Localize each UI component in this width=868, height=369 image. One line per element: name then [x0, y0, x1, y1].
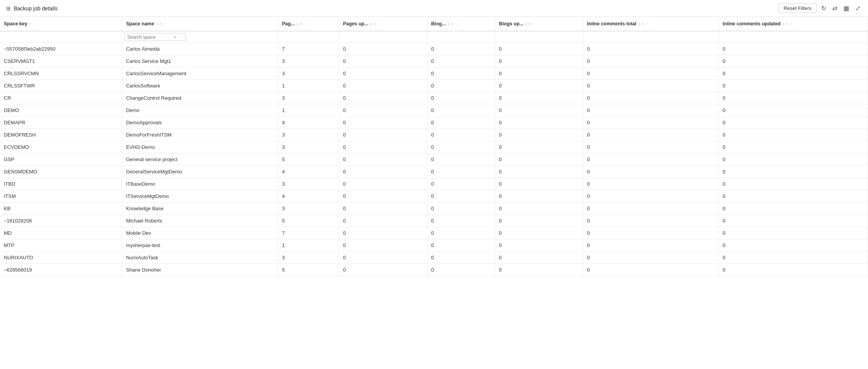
cell-spacename: General service project: [122, 153, 278, 166]
cell-inlinecomments: 0: [583, 227, 719, 239]
pagesup-sort-icon[interactable]: ↕: [370, 21, 372, 26]
cell-inlinecomments: 0: [583, 264, 719, 276]
cell-inlineup: 0: [719, 203, 868, 215]
table-wrapper[interactable]: Space key = ⋮ Space name ↑ = ⋮ Pag..: [0, 17, 868, 369]
inlineup-filter-icon[interactable]: =: [786, 21, 788, 26]
cell-blogs: 0: [427, 141, 495, 153]
cell-pagesup: 0: [339, 227, 427, 239]
search-input-wrap[interactable]: ×: [124, 33, 186, 41]
cell-blogsup: 0: [495, 252, 583, 264]
cell-spacekey: ~628566019: [0, 264, 122, 276]
cell-inlineup: 0: [719, 43, 868, 55]
cell-blogsup: 0: [495, 239, 583, 252]
blogs-filter-icon[interactable]: =: [451, 21, 453, 26]
grid-icon: ⊞: [6, 5, 11, 12]
cell-pagesup: 0: [339, 203, 427, 215]
cell-inlinecomments: 0: [583, 203, 719, 215]
cell-pagesup: 0: [339, 215, 427, 227]
table-row: MDMobile Dev700000: [0, 227, 868, 239]
cell-blogs: 0: [427, 239, 495, 252]
pages-filter-icon[interactable]: =: [300, 21, 302, 26]
cell-pages: 1: [278, 239, 339, 252]
pages-menu-icon[interactable]: ⋮: [304, 21, 308, 26]
inlineup-sort-icon[interactable]: ↕: [782, 21, 784, 26]
cell-blogsup: 0: [495, 80, 583, 92]
inlinecomments-filter-icon[interactable]: =: [642, 21, 644, 26]
cell-spacekey: MD: [0, 227, 122, 239]
spacekey-menu-icon[interactable]: ⋮: [33, 21, 37, 26]
cell-spacekey: KB: [0, 203, 122, 215]
inlinecomments-search-cell: [583, 31, 719, 43]
table-row: MTPmysherpas-test100000: [0, 239, 868, 252]
cell-spacekey: ~557058f3eb2ab22950: [0, 43, 122, 55]
cell-spacename: mysherpas-test: [122, 239, 278, 252]
blogsup-menu-icon[interactable]: ⋮: [533, 21, 537, 26]
filter-toggle-icon[interactable]: ⇄: [831, 3, 839, 13]
cell-blogs: 0: [427, 190, 495, 203]
pagesup-filter-icon[interactable]: =: [374, 21, 376, 26]
blogs-menu-icon[interactable]: ⋮: [455, 21, 459, 26]
inlinecomments-sort-icon[interactable]: ↕: [638, 21, 640, 26]
cell-inlineup: 0: [719, 129, 868, 141]
cell-inlineup: 0: [719, 178, 868, 190]
cell-inlinecomments: 0: [583, 141, 719, 153]
cell-pagesup: 0: [339, 264, 427, 276]
pagesup-menu-icon[interactable]: ⋮: [378, 21, 382, 26]
header: ⊞ Backup job details Reset Filters ↻ ⇄ ▦…: [0, 0, 868, 17]
cell-pagesup: 0: [339, 141, 427, 153]
spacename-search-cell[interactable]: ×: [122, 31, 278, 43]
table-row: GSPGeneral service project500000: [0, 153, 868, 166]
inlineup-menu-icon[interactable]: ⋮: [790, 21, 794, 26]
cell-spacename: Carlos Service Mgt1: [122, 55, 278, 68]
spacename-menu-icon[interactable]: ⋮: [163, 21, 167, 26]
inlinecomments-menu-icon[interactable]: ⋮: [646, 21, 650, 26]
cell-blogsup: 0: [495, 153, 583, 166]
cell-pagesup: 0: [339, 43, 427, 55]
spacekey-filter-icon[interactable]: =: [29, 21, 31, 26]
table-row: ~181028208Michael Roberts500000: [0, 215, 868, 227]
cell-spacekey: ITSM: [0, 190, 122, 203]
cell-blogs: 0: [427, 252, 495, 264]
th-blogsup: Blogs up... ↕ = ⋮: [495, 17, 583, 31]
clear-search-icon[interactable]: ×: [173, 34, 176, 40]
cell-spacekey: GSP: [0, 153, 122, 166]
cell-pagesup: 0: [339, 104, 427, 117]
spacename-filter-icon[interactable]: =: [159, 21, 162, 26]
spacename-sort-icon[interactable]: ↑: [156, 21, 158, 26]
cell-inlinecomments: 0: [583, 178, 719, 190]
cell-inlinecomments: 0: [583, 80, 719, 92]
cell-inlinecomments: 0: [583, 104, 719, 117]
blogsup-filter-icon[interactable]: =: [528, 21, 531, 26]
search-input[interactable]: [127, 35, 173, 40]
cell-blogs: 0: [427, 203, 495, 215]
table-row: CRChangeControl Required300000: [0, 92, 868, 104]
th-inlinecomments: Inline comments total ↕ = ⋮: [583, 17, 719, 31]
cell-inlineup: 0: [719, 153, 868, 166]
th-pagesup-label: Pages up...: [343, 21, 368, 26]
th-spacekey-label: Space key: [4, 21, 27, 26]
table-row: ~557058f3eb2ab22950Carlos Almeida700000: [0, 43, 868, 55]
cell-pages: 3: [278, 129, 339, 141]
cell-spacename: EVHD-Demo: [122, 141, 278, 153]
columns-icon[interactable]: ▦: [842, 3, 851, 13]
cell-blogsup: 0: [495, 190, 583, 203]
cell-pages: 3: [278, 203, 339, 215]
cell-blogsup: 0: [495, 104, 583, 117]
table-row: DEMAPRDemoApprovals400000: [0, 117, 868, 129]
cell-inlinecomments: 0: [583, 153, 719, 166]
pages-sort-icon[interactable]: ↕: [297, 21, 299, 26]
cell-spacename: Demo: [122, 104, 278, 117]
search-subheader-row: ×: [0, 31, 868, 43]
main-table: Space key = ⋮ Space name ↑ = ⋮ Pag..: [0, 17, 868, 276]
cell-blogs: 0: [427, 166, 495, 178]
reset-filters-button[interactable]: Reset Filters: [779, 3, 817, 13]
cell-spacekey: CRLSSFTWR: [0, 80, 122, 92]
page-title: Backup job details: [14, 5, 58, 12]
expand-icon[interactable]: ⤢: [854, 3, 862, 13]
cell-pages: 4: [278, 117, 339, 129]
blogs-sort-icon[interactable]: ↕: [447, 21, 450, 26]
blogsup-sort-icon[interactable]: ↕: [525, 21, 527, 26]
cell-spacename: ChangeControl Required: [122, 92, 278, 104]
cell-inlineup: 0: [719, 104, 868, 117]
refresh-icon[interactable]: ↻: [820, 3, 828, 13]
